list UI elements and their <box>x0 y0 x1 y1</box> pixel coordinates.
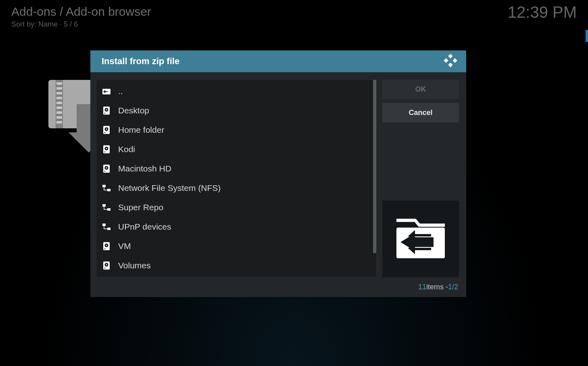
svg-point-27 <box>104 151 106 153</box>
file-row-label: UPnP devices <box>118 222 171 232</box>
file-row-label: Network File System (NFS) <box>118 183 221 193</box>
svg-rect-2 <box>56 82 62 85</box>
file-row[interactable]: Kodi <box>96 140 373 159</box>
svg-point-22 <box>106 129 107 130</box>
svg-rect-9 <box>56 116 62 119</box>
footer-page: 1/2 <box>448 283 458 291</box>
dialog-header: Install from zip file <box>90 50 466 72</box>
dialog-footer: 11 items - 1/2 <box>90 283 466 297</box>
svg-rect-10 <box>56 121 62 123</box>
file-row[interactable]: Network File System (NFS) <box>96 178 373 198</box>
svg-rect-6 <box>56 102 62 104</box>
svg-rect-14 <box>452 58 457 63</box>
folder-back-icon <box>392 214 449 264</box>
preview-box <box>382 201 459 277</box>
svg-point-30 <box>106 167 107 169</box>
svg-rect-35 <box>107 208 111 211</box>
file-row[interactable]: .. <box>96 82 373 101</box>
svg-rect-34 <box>102 204 106 207</box>
footer-count: 11 <box>418 283 426 291</box>
network-icon <box>102 204 111 211</box>
footer-items-label: items - <box>426 283 448 291</box>
svg-rect-12 <box>444 58 448 63</box>
svg-rect-11 <box>448 54 452 58</box>
svg-rect-13 <box>448 63 452 67</box>
svg-point-41 <box>104 248 106 249</box>
svg-point-26 <box>106 148 107 149</box>
dialog-title: Install from zip file <box>102 56 179 67</box>
kodi-logo-icon <box>444 54 457 69</box>
scrollbar[interactable] <box>373 80 376 277</box>
install-from-zip-dialog: Install from zip file ..DesktopHome fold… <box>90 50 466 297</box>
cancel-button[interactable]: Cancel <box>382 103 459 122</box>
svg-point-18 <box>106 109 107 111</box>
svg-point-31 <box>104 171 106 172</box>
svg-point-23 <box>104 132 106 133</box>
accent-bar <box>586 30 588 42</box>
file-row-label: Super Repo <box>118 203 163 212</box>
svg-rect-8 <box>56 111 62 114</box>
svg-point-44 <box>106 264 107 266</box>
file-row[interactable]: Super Repo <box>96 198 373 217</box>
drive-icon <box>102 261 111 270</box>
breadcrumb: Add-ons / Add-on browser <box>11 5 151 19</box>
svg-rect-7 <box>56 107 62 109</box>
drive-icon <box>102 165 111 173</box>
svg-rect-4 <box>56 92 62 94</box>
folder-back-icon <box>102 88 111 94</box>
svg-point-19 <box>104 113 106 114</box>
svg-point-40 <box>106 245 107 246</box>
svg-rect-32 <box>102 185 106 187</box>
file-row[interactable]: Home folder <box>96 120 373 140</box>
file-row-label: Desktop <box>118 106 149 115</box>
sort-label: Sort by: Name <box>11 20 58 28</box>
svg-rect-37 <box>107 228 111 230</box>
file-row-label: .. <box>118 86 123 96</box>
svg-rect-5 <box>56 97 62 99</box>
sort-line: Sort by: Name · 5 / 6 <box>11 20 151 29</box>
drive-icon <box>102 145 111 153</box>
file-row[interactable]: Desktop <box>96 101 373 120</box>
header: Add-ons / Add-on browser Sort by: Name ·… <box>11 5 577 29</box>
file-row[interactable]: Macintosh HD <box>96 159 373 178</box>
sort-count: 5 / 6 <box>64 20 78 28</box>
clock: 12:39 PM <box>508 3 577 21</box>
drive-icon <box>102 107 111 115</box>
file-row-label: Kodi <box>118 144 135 154</box>
drive-icon <box>102 126 111 134</box>
file-row-label: VM <box>118 241 131 251</box>
svg-rect-36 <box>102 224 106 226</box>
file-row-label: Home folder <box>118 125 164 135</box>
file-row-label: Volumes <box>118 261 151 270</box>
file-row[interactable]: UPnP devices <box>96 217 373 236</box>
scroll-thumb[interactable] <box>373 80 376 253</box>
ok-button[interactable]: OK <box>382 79 459 99</box>
file-row-label: Macintosh HD <box>118 164 171 174</box>
svg-rect-33 <box>107 189 111 191</box>
svg-rect-3 <box>56 87 62 90</box>
network-icon <box>102 185 111 191</box>
file-row[interactable]: Volumes <box>96 256 373 275</box>
svg-rect-48 <box>413 237 434 247</box>
svg-point-45 <box>104 268 106 269</box>
drive-icon <box>102 242 111 250</box>
file-row[interactable]: VM <box>96 236 373 256</box>
network-icon <box>102 224 111 230</box>
file-list: ..DesktopHome folderKodiMacintosh HDNetw… <box>96 79 377 277</box>
